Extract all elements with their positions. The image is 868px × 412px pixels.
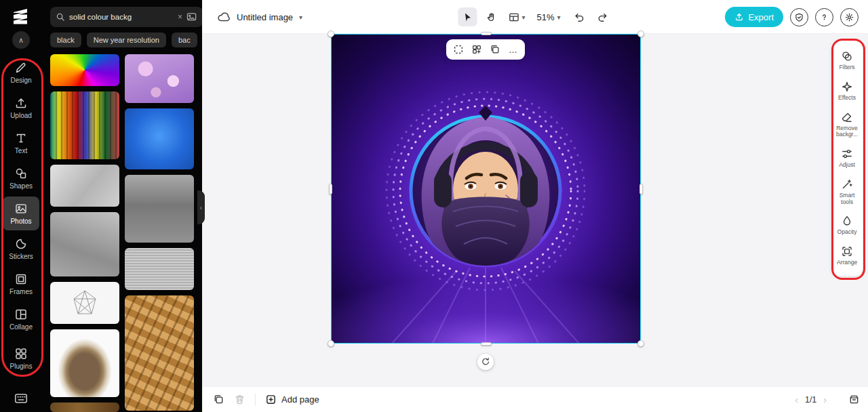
photo-thumbnail[interactable]	[50, 212, 119, 276]
redo-button[interactable]	[593, 7, 612, 26]
zoom-control[interactable]: 51% ▾	[532, 7, 564, 26]
export-label: Export	[748, 12, 774, 22]
sidebar-item-shapes[interactable]: Shapes	[3, 161, 39, 195]
chip-black[interactable]: black	[50, 33, 81, 47]
cursor-icon	[462, 12, 473, 22]
add-page-icon	[265, 394, 277, 405]
collage-icon	[14, 308, 28, 321]
droplet-icon	[841, 215, 853, 227]
keyboard-shortcuts-icon[interactable]	[14, 392, 28, 405]
sliders-icon	[841, 148, 853, 160]
settings-button[interactable]	[840, 8, 859, 26]
image-search-icon[interactable]	[186, 12, 197, 22]
photo-thumbnail[interactable]	[50, 403, 119, 412]
avatar-image[interactable]	[331, 34, 641, 344]
photo-thumbnail[interactable]	[50, 282, 119, 324]
ellipsis-icon: …	[509, 45, 517, 55]
layout-button[interactable]	[468, 41, 485, 58]
photo-thumbnail[interactable]	[50, 329, 119, 397]
photo-thumbnail[interactable]	[125, 108, 194, 169]
photo-thumbnail[interactable]	[125, 248, 194, 290]
more-options-button[interactable]: …	[505, 41, 521, 58]
next-page-button[interactable]: ›	[823, 394, 827, 405]
sidebar-item-design[interactable]: Design	[3, 56, 39, 89]
previous-page-button[interactable]: ‹	[795, 394, 798, 405]
hand-tool-button[interactable]	[481, 7, 500, 26]
delete-page-button[interactable]	[234, 394, 245, 405]
sidebar-item-plugins[interactable]: Plugins	[3, 342, 39, 375]
document-title[interactable]: Untitled image	[237, 12, 293, 22]
sidebar-item-frames[interactable]: Frames	[3, 267, 39, 301]
marquee-icon	[453, 44, 464, 55]
selection-handle-bottom-left[interactable]	[328, 340, 334, 347]
object-context-toolbar: …	[446, 39, 525, 60]
search-icon	[56, 12, 65, 22]
rail-collapse-button[interactable]: ∧	[12, 31, 30, 49]
shapes-icon	[14, 167, 28, 180]
app-logo-icon[interactable]	[9, 7, 33, 27]
canvas-grid-icon	[508, 12, 519, 23]
sidebar-item-photos[interactable]: Photos	[3, 197, 39, 230]
selection-handle-top-left[interactable]	[328, 30, 334, 37]
selection-handle-left[interactable]	[329, 184, 332, 194]
tool-effects[interactable]: Effects	[831, 76, 863, 106]
marquee-select-button[interactable]	[450, 41, 467, 58]
photo-thumbnail[interactable]	[50, 54, 119, 86]
sidebar-item-upload[interactable]: Upload	[3, 91, 39, 125]
grid-plus-icon	[471, 44, 482, 55]
tool-smart-tools[interactable]: Smart tools	[831, 173, 863, 211]
bottom-bar: Add page ‹ 1/1 ›	[202, 386, 868, 412]
left-rail: ∧ Design Upload Text Shapes Photos	[0, 0, 42, 412]
chip-background[interactable]: bac	[172, 33, 197, 47]
duplicate-button[interactable]	[486, 41, 503, 58]
selection-handle-bottom-right[interactable]	[637, 340, 644, 347]
rotate-icon	[481, 357, 490, 367]
tool-filters[interactable]: Filters	[831, 45, 863, 76]
artboard[interactable]	[331, 34, 641, 344]
tool-remove-background[interactable]: Remove backgr...	[831, 106, 863, 144]
select-tool-button[interactable]	[458, 7, 477, 26]
right-tools-panel: Filters Effects Remove backgr... Adjust …	[831, 41, 863, 276]
canvas-size-button[interactable]: ▾	[505, 7, 528, 26]
tool-arrange[interactable]: Arrange	[831, 241, 863, 271]
image-editor-app: ∧ Design Upload Text Shapes Photos	[0, 0, 868, 412]
archive-box-icon[interactable]	[848, 394, 860, 405]
search-input[interactable]	[69, 13, 174, 21]
chip-new-year-resolution[interactable]: New year resolution	[87, 33, 166, 47]
cloud-save-icon[interactable]	[217, 11, 231, 23]
selection-handle-bottom[interactable]	[481, 342, 492, 346]
photo-thumbnail[interactable]	[50, 91, 119, 159]
canvas-area[interactable]: …	[202, 34, 868, 386]
add-page-button[interactable]: Add page	[265, 394, 319, 405]
chevron-down-icon[interactable]: ▾	[299, 14, 302, 21]
arrange-icon	[841, 245, 853, 258]
tool-opacity[interactable]: Opacity	[831, 210, 863, 241]
photo-thumbnail[interactable]	[125, 295, 194, 411]
sidebar-item-text[interactable]: Text	[3, 126, 39, 160]
hand-icon	[486, 12, 496, 22]
undo-button[interactable]	[570, 7, 589, 26]
photos-icon	[14, 202, 28, 215]
tool-adjust[interactable]: Adjust	[831, 143, 863, 173]
search-box: ×	[50, 7, 202, 27]
help-button[interactable]	[815, 8, 833, 26]
text-icon	[14, 131, 28, 145]
sidebar-item-collage[interactable]: Collage	[3, 302, 39, 336]
selection-handle-top-right[interactable]	[637, 30, 644, 37]
photo-thumbnail[interactable]	[125, 54, 194, 103]
panel-collapse-handle[interactable]: ‹	[197, 190, 205, 224]
photo-thumbnail[interactable]	[50, 165, 119, 207]
duplicate-page-button[interactable]	[213, 394, 224, 405]
export-button[interactable]: Export	[725, 7, 783, 27]
sidebar-item-stickers[interactable]: Stickers	[3, 232, 39, 266]
question-icon	[819, 12, 829, 22]
stickers-icon	[14, 237, 28, 251]
design-icon	[14, 61, 28, 75]
clear-search-icon[interactable]: ×	[178, 12, 182, 22]
rotate-handle[interactable]	[477, 354, 494, 370]
selection-handle-top[interactable]	[481, 32, 492, 35]
photo-thumbnail[interactable]	[125, 175, 194, 243]
selection-handle-right[interactable]	[639, 184, 643, 194]
duplicate-icon	[490, 44, 500, 55]
whats-new-button[interactable]	[790, 8, 808, 26]
